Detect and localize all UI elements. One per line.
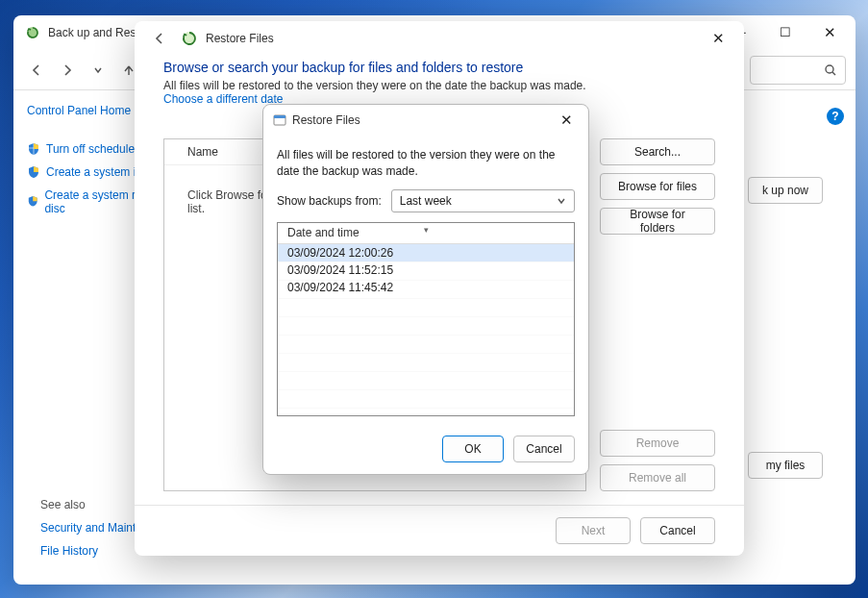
shield-icon xyxy=(27,195,38,209)
svg-point-1 xyxy=(826,65,833,73)
listbox-column-label: Date and time xyxy=(287,226,360,239)
sidebar-label: Turn off schedule xyxy=(46,142,135,156)
sort-indicator-icon: ▾ xyxy=(424,225,429,235)
recent-dropdown-icon[interactable] xyxy=(85,57,112,84)
backup-date-listbox[interactable]: Date and time ▾ 03/09/2024 12:00:26 03/0… xyxy=(277,222,575,416)
dialog-icon xyxy=(273,113,286,127)
forward-button[interactable] xyxy=(54,57,81,84)
cancel-button[interactable]: Cancel xyxy=(640,517,715,544)
chevron-down-icon xyxy=(557,196,566,206)
search-icon xyxy=(824,63,837,77)
close-button[interactable]: ✕ xyxy=(550,108,583,133)
dialog-footer: OK Cancel xyxy=(263,426,588,474)
remove-button[interactable]: Remove xyxy=(600,430,715,457)
restore-titlebar[interactable]: Restore Files ✕ xyxy=(135,21,744,56)
help-icon[interactable]: ? xyxy=(827,108,844,125)
back-button[interactable] xyxy=(146,25,173,52)
show-from-label: Show backups from: xyxy=(277,194,382,208)
back-button[interactable] xyxy=(23,57,50,84)
backup-now-button[interactable]: k up now xyxy=(748,177,823,204)
restore-side-buttons: Search... Browse for files Browse for fo… xyxy=(600,138,715,491)
backup-restore-icon xyxy=(25,25,40,40)
list-item[interactable]: 03/09/2024 11:52:15 xyxy=(278,262,574,279)
listbox-header[interactable]: Date and time ▾ xyxy=(278,223,574,244)
show-from-select[interactable]: Last week xyxy=(391,189,575,212)
restore-heading: Browse or search your backup for files a… xyxy=(163,60,715,75)
restore-footer: Next Cancel xyxy=(135,505,744,556)
restore-files-icon xyxy=(181,30,198,47)
restore-title: Restore Files xyxy=(206,32,274,45)
next-button[interactable]: Next xyxy=(556,517,631,544)
restore-my-files-button[interactable]: my files xyxy=(748,452,823,479)
browse-folders-button[interactable]: Browse for folders xyxy=(600,208,715,235)
shield-icon xyxy=(27,165,40,179)
ok-button[interactable]: OK xyxy=(442,436,504,462)
close-button[interactable]: ✕ xyxy=(696,23,740,54)
list-item[interactable]: 03/09/2024 12:00:26 xyxy=(278,244,574,262)
search-button[interactable]: Search... xyxy=(600,138,715,165)
cancel-button[interactable]: Cancel xyxy=(513,436,575,462)
svg-rect-4 xyxy=(274,115,285,118)
search-box[interactable] xyxy=(750,56,846,85)
restore-info: All files will be restored to the versio… xyxy=(163,79,715,92)
shield-icon xyxy=(27,142,40,156)
maximize-button[interactable]: ☐ xyxy=(763,17,807,48)
dialog-description: All files will be restored to the versio… xyxy=(277,147,575,180)
dialog-title: Restore Files xyxy=(292,113,360,127)
list-item[interactable]: 03/09/2024 11:45:42 xyxy=(278,279,574,296)
remove-all-button[interactable]: Remove all xyxy=(600,464,715,491)
show-from-value: Last week xyxy=(400,194,452,208)
choose-date-dialog: Restore Files ✕ All files will be restor… xyxy=(262,104,589,475)
listbox-rows: 03/09/2024 12:00:26 03/09/2024 11:52:15 … xyxy=(278,244,574,415)
dialog-titlebar[interactable]: Restore Files ✕ xyxy=(263,105,588,136)
close-button[interactable]: ✕ xyxy=(807,17,852,48)
browse-files-button[interactable]: Browse for files xyxy=(600,173,715,200)
